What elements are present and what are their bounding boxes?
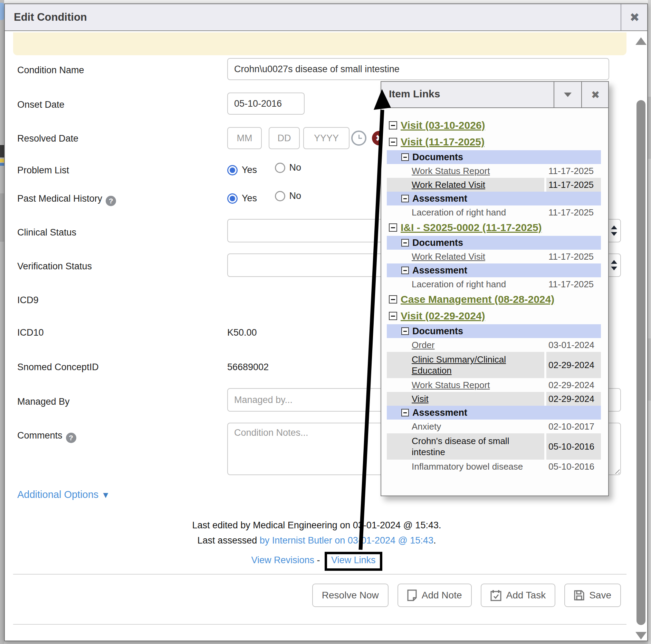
document-link[interactable]: Work Related Visit	[412, 179, 485, 191]
save-button[interactable]: Save	[564, 584, 621, 607]
resolved-year-input[interactable]	[303, 127, 350, 149]
document-link[interactable]: Work Status Report	[412, 165, 490, 177]
page-background-top	[0, 0, 651, 3]
visit-link[interactable]: Visit (03-10-2026)	[401, 119, 485, 131]
collapse-minus-icon[interactable]	[401, 327, 409, 335]
item-date: 11-17-2025	[546, 250, 601, 263]
popup-close-button[interactable]: ✖	[581, 82, 609, 107]
document-link[interactable]: Work Related Visit	[412, 251, 485, 262]
collapse-minus-icon[interactable]	[389, 312, 397, 320]
tree-group-row: Case Management (08-28-2024)	[387, 291, 601, 308]
tree-leaf-row: Clinic Summary/Clinical Education02-29-2…	[387, 352, 601, 378]
condition-name-label: Condition Name	[17, 65, 84, 76]
onset-date-label: Onset Date	[17, 99, 65, 110]
tree-leaf-row: Work Related Visit11-17-2025	[387, 250, 601, 263]
radio-unselected-icon	[275, 191, 285, 201]
visit-link[interactable]: Visit (11-17-2025)	[401, 136, 485, 148]
tree-leaf-row: Work Related Visit11-17-2025	[387, 178, 601, 192]
resolve-now-button[interactable]: Resolve Now	[312, 584, 389, 607]
tree-leaf-row: Crohn's disease of small intestine05-10-…	[387, 433, 601, 460]
tree-leaf-row: Work Status Report11-17-2025	[387, 164, 601, 178]
select-stepper-icon	[611, 225, 618, 237]
problem-list-no-radio[interactable]: No	[275, 162, 301, 173]
icd10-label: ICD10	[17, 327, 44, 338]
tree-group-row: Visit (02-29-2024)	[387, 308, 601, 324]
additional-options-link[interactable]: Additional Options ▼	[17, 489, 110, 500]
assessment-item: Laceration of right hand	[412, 279, 506, 290]
last-assessed-text: Last assessed by Internist Butler on 03-…	[5, 535, 629, 546]
tree-section-row: Assessment	[387, 406, 601, 420]
item-date: 02-29-2024	[546, 392, 601, 406]
collapse-minus-icon[interactable]	[389, 138, 397, 146]
radio-selected-icon	[227, 165, 238, 175]
problem-list-yes-radio[interactable]: Yes	[227, 165, 257, 175]
problem-list-label: Problem List	[17, 165, 69, 176]
popup-collapse-button[interactable]	[554, 82, 581, 107]
collapse-minus-icon[interactable]	[401, 409, 409, 416]
collapse-minus-icon[interactable]	[401, 239, 409, 247]
history-clock-icon[interactable]	[351, 131, 366, 146]
tree-leaf-row: Laceration of right hand11-17-2025	[387, 277, 601, 291]
footer-divider	[13, 574, 626, 575]
assessment-item: Inflammatory bowel disease	[412, 461, 523, 472]
dialog-titlebar: Edit Condition ✖	[5, 4, 647, 31]
radio-selected-icon	[227, 193, 238, 204]
tree-leaf-row: Laceration of right hand11-17-2025	[387, 205, 601, 219]
radio-unselected-icon	[275, 163, 285, 173]
view-revisions-link[interactable]: View Revisions	[251, 555, 314, 565]
chevron-down-icon: ▼	[101, 490, 110, 500]
background-fragment	[0, 145, 4, 157]
background-fragment	[648, 338, 651, 401]
collapse-minus-icon[interactable]	[389, 295, 397, 304]
document-link[interactable]: Clinic Summary/Clinical Education	[412, 354, 544, 376]
pmh-yes-radio[interactable]: Yes	[227, 193, 257, 204]
document-link[interactable]: Work Status Report	[412, 379, 490, 391]
onset-date-input[interactable]	[227, 93, 305, 115]
page-background-right	[648, 0, 651, 644]
resolved-date-label: Resolved Date	[17, 133, 78, 144]
document-link[interactable]: Visit	[412, 393, 429, 405]
dialog-close-icon[interactable]: ✖	[621, 4, 648, 30]
past-medical-history-label: Past Medical History?	[17, 193, 116, 206]
view-links-link[interactable]: View Links	[331, 555, 376, 565]
scrollbar-thumb[interactable]	[636, 100, 645, 625]
item-date: 05-10-2016	[546, 433, 601, 460]
comments-label: Comments?	[17, 430, 76, 443]
assessment-item: Anxiety	[412, 421, 441, 432]
item-date: 05-10-2016	[546, 460, 601, 473]
resolved-day-input[interactable]	[269, 127, 300, 149]
collapse-minus-icon[interactable]	[401, 267, 409, 274]
collapse-minus-icon[interactable]	[389, 121, 397, 129]
scroll-down-icon[interactable]	[635, 632, 647, 640]
background-fragment	[0, 163, 4, 166]
item-links-title: Item Links	[389, 88, 440, 100]
tree-group-row: Visit (11-17-2025)	[387, 134, 601, 150]
snomed-value: 56689002	[227, 362, 269, 373]
visit-link[interactable]: Visit (02-29-2024)	[401, 310, 485, 322]
last-assessed-link[interactable]: by Internist Butler on 03-01-2024 @ 15:4…	[260, 535, 433, 546]
ii-link[interactable]: I&I - S2025-0002 (11-17-2025)	[401, 222, 542, 233]
collapse-minus-icon[interactable]	[401, 153, 409, 161]
add-task-button[interactable]: Add Task	[481, 584, 556, 607]
item-date: 11-17-2025	[546, 277, 601, 291]
item-date: 11-17-2025	[546, 178, 601, 192]
dialog-title: Edit Condition	[14, 11, 87, 23]
item-date: 11-17-2025	[546, 205, 601, 219]
resolved-month-input[interactable]	[227, 127, 262, 149]
view-links-highlight-box: View Links	[325, 552, 382, 571]
scroll-up-icon[interactable]	[635, 37, 647, 45]
case-management-link[interactable]: Case Management (08-28-2024)	[401, 294, 554, 305]
condition-name-input[interactable]	[227, 58, 609, 80]
bottom-divider	[13, 624, 626, 625]
background-fragment	[0, 3, 4, 20]
collapse-minus-icon[interactable]	[401, 195, 409, 202]
pmh-no-radio[interactable]: No	[275, 191, 301, 201]
collapse-minus-icon[interactable]	[389, 223, 397, 232]
tree-group-row: Visit (03-10-2026)	[387, 117, 601, 134]
document-link[interactable]: Order	[412, 339, 434, 351]
background-fragment	[0, 193, 4, 242]
help-icon[interactable]: ?	[106, 196, 116, 206]
help-icon[interactable]: ?	[66, 433, 76, 443]
action-button-row: Resolve Now Add Note Add Task Save	[5, 584, 621, 607]
add-note-button[interactable]: Add Note	[398, 584, 472, 607]
